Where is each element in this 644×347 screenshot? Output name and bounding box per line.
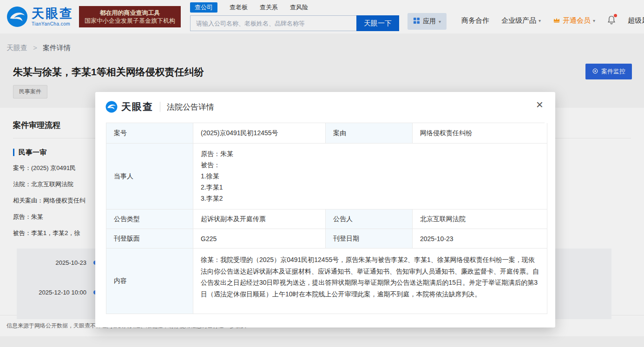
cause-label: 案由 <box>326 123 413 144</box>
content-value: 徐某：我院受理的（2025）京0491民初12455号，原告朱某与被告李某2、李… <box>193 249 547 314</box>
announcer-value: 北京互联网法院 <box>413 210 547 229</box>
modal-title: 法院公告详情 <box>167 102 214 112</box>
publish-page-label: 刊登版面 <box>106 229 193 249</box>
party-value: 原告：朱某 被告： 1.徐某 2.李某1 3.李某2 <box>193 144 547 210</box>
announcement-type-label: 公告类型 <box>106 210 193 229</box>
publish-date-label: 刊登日期 <box>326 229 413 249</box>
publish-date-value: 2025-10-23 <box>413 229 547 249</box>
case-no-label: 案号 <box>106 123 193 144</box>
announcer-label: 公告人 <box>326 210 413 229</box>
court-announcement-modal: 天眼查 法院公告详情 × 案号 (2025)京0491民初12455号 案由 网… <box>95 92 555 327</box>
close-icon[interactable]: × <box>536 98 543 111</box>
publish-page-value: G225 <box>193 229 326 249</box>
announcement-type-value: 起诉状副本及开庭传票 <box>193 210 326 229</box>
cause-value: 网络侵权责任纠纷 <box>413 123 547 144</box>
modal-logo-text: 天眼查 <box>121 100 153 113</box>
content-label: 内容 <box>106 249 193 314</box>
header-divider <box>160 102 160 112</box>
announcement-table: 案号 (2025)京0491民初12455号 案由 网络侵权责任纠纷 当事人 原… <box>106 123 545 314</box>
case-no-value: (2025)京0491民初12455号 <box>193 123 326 144</box>
modal-header: 天眼查 法院公告详情 × <box>95 92 555 120</box>
party-label: 当事人 <box>106 144 193 210</box>
tianyancha-logo-icon <box>105 101 118 113</box>
